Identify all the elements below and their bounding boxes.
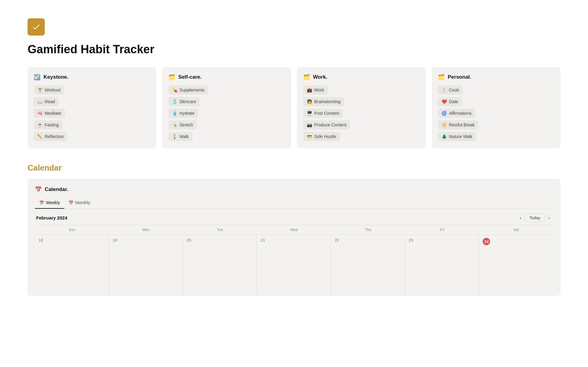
habit-item-selfcare-0[interactable]: 💊 Supplements [168, 85, 208, 95]
habit-item-keystone-0[interactable]: 🏋 Workout [34, 85, 64, 95]
monthly-tab-label: Monthly [75, 200, 90, 205]
cal-cell-21[interactable]: 21 [257, 235, 331, 296]
habit-item-keystone-1[interactable]: 📖 Read [34, 97, 58, 106]
habit-label-keystone-2: Meditate [45, 111, 61, 116]
habit-label-selfcare-3: Stretch [179, 122, 193, 127]
cal-cell-18[interactable]: 18 [35, 235, 109, 296]
habit-item-work-2[interactable]: 🖥️ Post Content [303, 109, 343, 118]
habit-item-personal-4[interactable]: 🌲 Nature Walk [438, 132, 476, 141]
habit-icon-keystone-0: 🏋 [37, 88, 43, 92]
habit-item-work-0[interactable]: 💼 Work [303, 85, 328, 95]
habit-item-selfcare-1[interactable]: 🧴 Skincare [168, 97, 200, 106]
cal-cell-22[interactable]: 22 [331, 235, 405, 296]
habit-icon-selfcare-3: 🤸 [172, 122, 177, 127]
cal-date-20: 20 [187, 238, 191, 242]
habit-label-work-2: Post Content [314, 111, 339, 116]
cal-cell-20[interactable]: 20 [183, 235, 257, 296]
habit-icon-selfcare-4: 🚶 [172, 134, 177, 139]
habit-icon-personal-4: 🌲 [442, 134, 447, 139]
page-title: Gamified Habit Tracker [28, 43, 560, 56]
habit-item-selfcare-2[interactable]: 💧 Hydrate [168, 109, 198, 118]
monthly-tab-icon: 📅 [69, 200, 74, 205]
day-sun: Sun [35, 225, 109, 234]
habit-label-work-3: Produce Content [314, 122, 346, 127]
habit-item-selfcare-3[interactable]: 🤸 Stretch [168, 120, 197, 129]
calendar-section: Calendar 📅 Calendar. 📅 Weekly 📅 Monthly … [28, 163, 560, 296]
card-icon-personal: 🗂️ [438, 74, 445, 81]
day-wed: Wed [257, 225, 331, 234]
habit-item-keystone-2[interactable]: 🧠 Meditate [34, 109, 65, 118]
habit-label-selfcare-2: Hydrate [179, 111, 194, 116]
habit-item-work-4[interactable]: 💳 Side Hustle [303, 132, 340, 141]
habit-cards-row: ☑️ Keystone. 🏋 Workout 📖 Read 🧠 Meditate [28, 67, 560, 148]
habit-label-keystone-1: Read [45, 99, 55, 104]
habit-list-selfcare: 💊 Supplements 🧴 Skincare 💧 Hydrate 🤸 Str… [168, 85, 285, 141]
habit-icon-keystone-1: 📖 [37, 99, 43, 104]
tab-weekly[interactable]: 📅 Weekly [35, 198, 64, 209]
calendar-nav: ‹ Today › [518, 214, 552, 222]
card-icon-selfcare: 🗂️ [168, 74, 175, 81]
calendar-card: 📅 Calendar. 📅 Weekly 📅 Monthly February … [28, 179, 560, 296]
app-icon [28, 18, 45, 36]
day-thu: Thu [331, 225, 405, 234]
habit-icon-personal-1: ❤️ [442, 99, 447, 104]
day-sat: Sat [479, 225, 553, 234]
card-personal: 🗂️ Personal. 🍴 Cook ❤️ Date 🌀 Affirmatio… [432, 67, 560, 148]
card-icon-work: 🗂️ [303, 74, 310, 81]
habit-item-keystone-3[interactable]: ☕ Fasting [34, 120, 62, 129]
calendar-next-button[interactable]: › [547, 214, 552, 222]
card-title-personal: Personal. [448, 74, 471, 80]
card-selfcare: 🗂️ Self-care. 💊 Supplements 🧴 Skincare 💧… [162, 67, 291, 148]
habit-label-keystone-3: Fasting [45, 122, 59, 127]
day-fri: Fri [405, 225, 479, 234]
card-work: 🗂️ Work. 💼 Work 🧑 Brainstorming 🖥️ Post … [297, 67, 426, 148]
habit-label-keystone-4: Reflection [45, 134, 64, 139]
habit-label-work-1: Brainstorming [314, 99, 341, 104]
habit-icon-work-1: 🧑 [307, 99, 312, 104]
weekly-tab-label: Weekly [46, 200, 60, 205]
habit-item-work-3[interactable]: 📷 Produce Content [303, 120, 350, 129]
habit-list-personal: 🍴 Cook ❤️ Date 🌀 Affirmations 🔆 Restful … [438, 85, 554, 141]
habit-list-work: 💼 Work 🧑 Brainstorming 🖥️ Post Content 📷… [303, 85, 420, 141]
habit-icon-keystone-4: ✏️ [37, 134, 43, 139]
habit-icon-selfcare-0: 💊 [172, 88, 177, 92]
habit-icon-personal-2: 🌀 [442, 111, 447, 116]
habit-label-work-0: Work [314, 88, 324, 92]
cal-date-23: 23 [409, 238, 413, 242]
habit-item-selfcare-4[interactable]: 🚶 Walk [168, 132, 193, 141]
habit-item-work-1[interactable]: 🧑 Brainstorming [303, 97, 344, 106]
habit-icon-selfcare-2: 💧 [172, 111, 177, 116]
habit-list-keystone: 🏋 Workout 📖 Read 🧠 Meditate ☕ Fasting [34, 85, 150, 141]
cal-cell-19[interactable]: 19 [109, 235, 183, 296]
habit-item-personal-1[interactable]: ❤️ Date [438, 97, 462, 106]
tab-monthly[interactable]: 📅 Monthly [64, 198, 95, 209]
habit-item-keystone-4[interactable]: ✏️ Reflection [34, 132, 67, 141]
cal-cell-23[interactable]: 23 [405, 235, 479, 296]
habit-label-personal-2: Affirmations [449, 111, 472, 116]
calendar-prev-button[interactable]: ‹ [518, 214, 523, 222]
habit-icon-work-3: 📷 [307, 122, 312, 127]
habit-icon-work-2: 🖥️ [307, 111, 312, 116]
calendar-toolbar: February 2024 ‹ Today › [35, 209, 553, 225]
habit-icon-selfcare-1: 🧴 [172, 99, 177, 104]
calendar-today-button[interactable]: Today [525, 214, 545, 222]
habit-label-personal-4: Nature Walk [449, 134, 473, 139]
calendar-day-headers: Sun Mon Tue Wed Thu Fri Sat [35, 225, 553, 234]
cal-date-19: 19 [113, 238, 117, 242]
cal-date-22: 22 [335, 238, 339, 242]
habit-label-personal-1: Date [449, 99, 458, 104]
card-header-selfcare: 🗂️ Self-care. [168, 74, 285, 81]
calendar-tabs: 📅 Weekly 📅 Monthly [35, 198, 553, 209]
habit-label-personal-0: Cook [449, 88, 459, 92]
calendar-card-icon: 📅 [35, 186, 42, 193]
cal-cell-24[interactable]: 24 [479, 235, 553, 296]
habit-item-personal-2[interactable]: 🌀 Affirmations [438, 109, 475, 118]
habit-label-personal-3: Restful Break [449, 122, 475, 127]
habit-icon-keystone-3: ☕ [37, 122, 43, 127]
weekly-tab-icon: 📅 [39, 200, 44, 205]
cal-date-21: 21 [261, 238, 265, 242]
habit-item-personal-0[interactable]: 🍴 Cook [438, 85, 463, 95]
calendar-month-label: February 2024 [36, 215, 67, 220]
habit-item-personal-3[interactable]: 🔆 Restful Break [438, 120, 478, 129]
card-header-keystone: ☑️ Keystone. [34, 74, 150, 81]
